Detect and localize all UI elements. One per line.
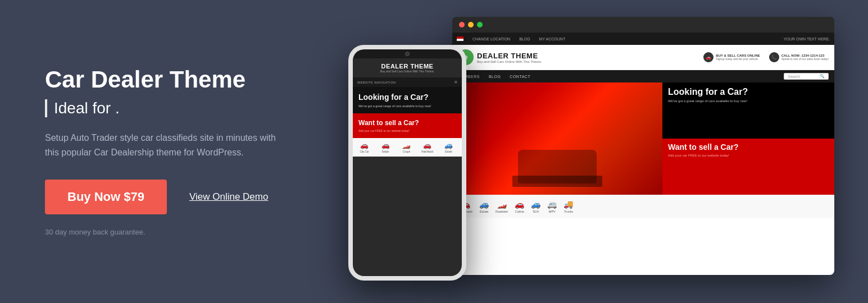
site-search[interactable]: Search 🔍 (784, 73, 829, 80)
suv-icon: 🚙 (531, 200, 540, 209)
roadster-label: Roadster (496, 210, 508, 213)
site-hero: Looking for a Car? We've got a great ran… (452, 82, 834, 195)
looking-title: Looking for a Car? (668, 87, 829, 97)
mobile-site-sub: Buy and Sell Cars Online With This Theme… (357, 70, 457, 73)
header-icon-car-text: BUY & SELL CARS ONLINE Signup today and … (716, 54, 760, 61)
mobile-citycar-label: City Car (360, 150, 369, 153)
mobile-coupe-icon: 🏎️ (402, 141, 411, 149)
guarantee-text: 30 day money back guarantee. (45, 228, 315, 236)
nav-contact[interactable]: CONTACT (510, 75, 530, 79)
browser-close-dot (459, 22, 465, 27)
site-car-types: 🚗 Hatchback 🚙 Estate 🏎️ Roadster 🚗 Cabri… (452, 195, 834, 218)
browser-mockup: CHANGE LOCATION BLOG MY ACCOUNT YOUR OWN… (452, 17, 834, 275)
mobile-content: DEALER THEME Buy and Sell Cars Online Wi… (353, 58, 462, 276)
mobile-car-types: 🚗 City Car 🚗 Sedan 🏎️ Coupe 🚗 Hatchback (353, 138, 462, 157)
mobile-site-header: DEALER THEME Buy and Sell Cars Online Wi… (353, 58, 462, 77)
site-header-icons: 🚗 BUY & SELL CARS ONLINE Signup today an… (703, 52, 829, 62)
site-nav: MEMBERS BLOG CONTACT Search 🔍 (452, 70, 834, 82)
demo-link[interactable]: View Online Demo (189, 191, 268, 203)
estate-label: Estate (480, 210, 489, 213)
call-now-sub: Speak to one of our sales team today! (781, 57, 829, 61)
site-hero-sell: Want to sell a Car? Add your car FREE to… (662, 139, 834, 195)
mobile-menu-icon[interactable]: ≡ (455, 80, 457, 85)
mobile-hatchback-icon: 🚗 (423, 141, 431, 149)
car-type-trucks[interactable]: 🚚 Trucks (563, 200, 573, 213)
site-topbar: CHANGE LOCATION BLOG MY ACCOUNT YOUR OWN… (452, 33, 834, 45)
mobile-car-type-coupe[interactable]: 🏎️ Coupe (398, 141, 415, 153)
cabrio-icon: 🚗 (515, 200, 524, 209)
mobile-car-type-citycar[interactable]: 🚗 City Car (356, 141, 372, 153)
phone-icon: 📞 (769, 52, 779, 62)
mobile-mockup: DEALER THEME Buy and Sell Cars Online Wi… (348, 45, 466, 281)
mobile-hero-sell: Want to sell a Car? Add your car FREE to… (353, 113, 462, 138)
site-header: e DEALER THEME Buy and Sell Cars Online … (452, 45, 834, 70)
trucks-icon: 🚚 (563, 200, 573, 209)
site-hero-right: Looking for a Car? We've got a great ran… (662, 82, 834, 195)
car-type-mpv[interactable]: 🚐 MPV (547, 200, 557, 213)
trucks-label: Trucks (564, 210, 573, 213)
mpv-icon: 🚐 (547, 200, 557, 209)
site-logo-text-group: DEALER THEME Buy and Sell Cars Online Wi… (477, 52, 542, 63)
mobile-nav-label: WEBSITE NAVIGATION (357, 81, 396, 84)
mobile-site-title: DEALER THEME (357, 63, 457, 70)
mobile-car-type-hatchback[interactable]: 🚗 Hatchback (419, 141, 435, 153)
car-type-suv[interactable]: 🚙 SUV (531, 200, 540, 213)
cta-row: Buy Now $79 View Online Demo (45, 180, 315, 214)
search-icon: 🔍 (820, 74, 825, 79)
mobile-nav: WEBSITE NAVIGATION ≡ (353, 77, 462, 87)
mobile-hatchback-label: Hatchback (421, 150, 433, 153)
mobile-notch (353, 49, 462, 58)
mobile-hero-looking: Looking for a Car? We've got a great ran… (353, 87, 462, 113)
car-icon: 🚗 (703, 52, 714, 62)
page-title: Car Dealer Theme (45, 67, 315, 93)
sell-title: Want to sell a Car? (668, 143, 829, 152)
page-subtitle: Ideal for . (45, 99, 315, 117)
topbar-change-location: CHANGE LOCATION (472, 37, 510, 41)
main-container: Car Dealer Theme Ideal for . Setup Auto … (0, 0, 868, 303)
mobile-sedan-label: Sedan (382, 150, 389, 153)
topbar-blog: BLOG (519, 37, 530, 41)
buy-sell-sub: Signup today and list your vehicle. (716, 57, 760, 61)
looking-sub: We've got a great range of cars availabl… (668, 99, 829, 103)
car-type-roadster[interactable]: 🏎️ Roadster (496, 200, 508, 213)
roadster-icon: 🏎️ (497, 200, 507, 209)
browser-minimize-dot (468, 22, 474, 27)
search-placeholder: Search (788, 75, 800, 79)
mobile-sell-title: Want to sell a Car? (358, 119, 456, 127)
mobile-coupe-label: Coupe (403, 150, 410, 153)
mobile-sell-sub: Add your car FREE to our website today! (358, 129, 456, 132)
browser-titlebar (452, 17, 834, 33)
estate-icon: 🚙 (479, 200, 489, 209)
right-panel: CHANGE LOCATION BLOG MY ACCOUNT YOUR OWN… (337, 17, 834, 286)
site-logo: e DEALER THEME Buy and Sell Cars Online … (458, 49, 542, 65)
mobile-looking-sub: We've got a great range of cars availabl… (358, 104, 456, 108)
topbar-your-text: YOUR OWN TEXT HERE. (784, 37, 830, 41)
cabrio-label: Cabrio (515, 210, 524, 213)
car-type-estate[interactable]: 🚙 Estate (479, 200, 489, 213)
car-type-cabrio[interactable]: 🚗 Cabrio (515, 200, 524, 213)
browser-content: CHANGE LOCATION BLOG MY ACCOUNT YOUR OWN… (452, 33, 834, 275)
mobile-estate-icon: 🚙 (444, 141, 453, 149)
site-logo-title: DEALER THEME (477, 52, 542, 60)
buy-button[interactable]: Buy Now $79 (45, 180, 167, 214)
suv-label: SUV (533, 210, 539, 213)
header-icon-phone-text: CALL NOW: 1234-1214-123 Speak to one of … (781, 54, 829, 61)
browser-maximize-dot (477, 22, 483, 27)
header-icon-car: 🚗 BUY & SELL CARS ONLINE Signup today an… (703, 52, 760, 62)
mobile-car-type-sedan[interactable]: 🚗 Sedan (377, 141, 393, 153)
header-icon-phone: 📞 CALL NOW: 1234-1214-123 Speak to one o… (769, 52, 829, 62)
mpv-label: MPV (549, 210, 556, 213)
page-description: Setup Auto Trader style car classifieds … (45, 131, 281, 159)
mobile-citycar-icon: 🚗 (360, 141, 369, 149)
site-logo-sub: Buy and Sell Cars Online With This Theme… (477, 60, 542, 63)
topbar-my-account: MY ACCOUNT (539, 37, 566, 41)
left-panel: Car Dealer Theme Ideal for . Setup Auto … (45, 67, 337, 236)
mobile-estate-label: Estate (445, 150, 452, 153)
mobile-looking-title: Looking for a Car? (358, 93, 456, 102)
mobile-car-type-estate[interactable]: 🚙 Estate (440, 141, 457, 153)
site-hero-looking: Looking for a Car? We've got a great ran… (662, 82, 834, 139)
nav-blog[interactable]: BLOG (489, 75, 501, 79)
topbar-flag (457, 36, 463, 41)
mobile-sedan-icon: 🚗 (381, 141, 390, 149)
site-hero-car-image (452, 82, 662, 195)
